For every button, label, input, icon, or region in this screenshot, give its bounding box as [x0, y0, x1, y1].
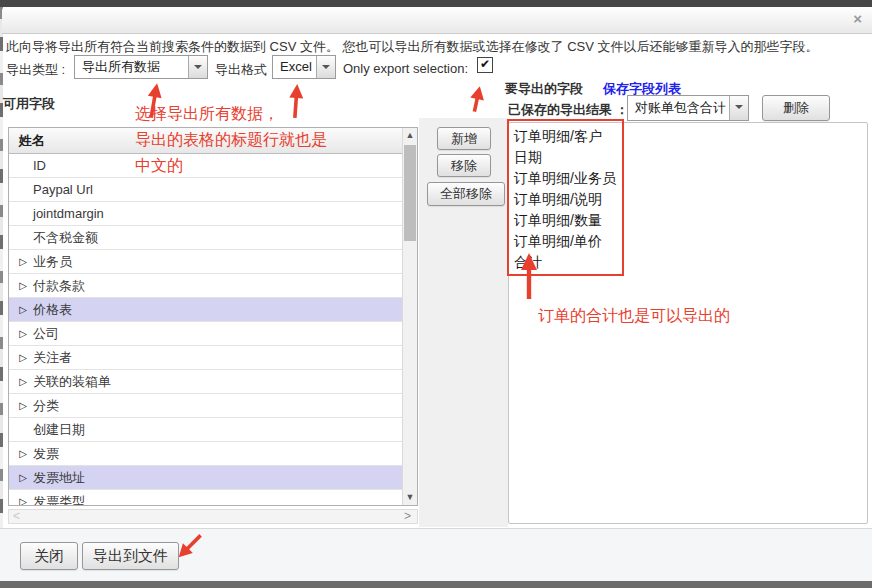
list-item[interactable]: ▷ Paypal Url	[9, 178, 402, 202]
list-item[interactable]: ▷ jointdmargin	[9, 202, 402, 226]
field-label: jointdmargin	[33, 202, 104, 225]
export-to-file-button[interactable]: 导出到文件	[82, 542, 179, 570]
saved-export-select[interactable]: 对账单包含合计	[627, 95, 749, 121]
field-label: Paypal Url	[33, 178, 93, 201]
saved-export-label: 已保存的导出结果 ：	[508, 101, 629, 119]
window-bottom-edge	[0, 581, 872, 588]
scroll-right-icon[interactable]: >	[404, 510, 411, 523]
list-item[interactable]: ▷ 分类	[9, 394, 402, 418]
expand-icon[interactable]: ▷	[15, 370, 31, 393]
field-label: 发票	[33, 442, 59, 465]
page-backdrop-sliver	[0, 7, 3, 581]
available-fields-rows: ▷ ID ▷ Paypal Url ▷ jointdmargin ▷ 不含税金额…	[9, 154, 402, 506]
list-item[interactable]: ▷ 公司	[9, 322, 402, 346]
add-field-button[interactable]: 新增	[437, 127, 491, 150]
field-label: 付款条款	[33, 274, 85, 297]
expand-icon[interactable]: ▷	[15, 442, 31, 465]
expand-icon[interactable]: ▷	[15, 466, 31, 489]
expand-icon[interactable]: ▷	[15, 250, 31, 273]
list-item[interactable]: ▷ 发票	[9, 442, 402, 466]
chevron-down-icon[interactable]	[188, 56, 207, 78]
list-item[interactable]: ▷ 关注者	[9, 346, 402, 370]
annotation-arrow-up-checkbox	[466, 85, 487, 115]
annotation-note-right: 订单的合计也是可以导出的	[538, 303, 730, 329]
expand-icon[interactable]: ▷	[15, 490, 31, 506]
field-label: 不含税金额	[33, 226, 98, 249]
fields-to-export-title: 要导出的字段	[505, 80, 583, 98]
annotation-arrow-up-total	[519, 253, 539, 299]
expand-icon[interactable]: ▷	[15, 394, 31, 417]
scroll-up-icon[interactable]: ▲	[403, 128, 417, 143]
export-format-label: 导出格式	[215, 61, 267, 79]
close-icon[interactable]: ×	[853, 11, 862, 27]
available-fields-title: 可用字段	[3, 95, 55, 113]
window-top-edge	[0, 0, 872, 7]
list-item[interactable]: ▷ 业务员	[9, 250, 402, 274]
dialog-titlebar: ×	[2, 7, 872, 34]
field-label: ID	[33, 154, 46, 177]
delete-saved-export-button[interactable]: 删除	[762, 95, 830, 121]
list-item[interactable]: ▷ 价格表	[9, 298, 402, 322]
field-label: 业务员	[33, 250, 72, 273]
vertical-scrollbar[interactable]: ▲ ▼	[402, 128, 417, 505]
list-item[interactable]: ▷ 创建日期	[9, 418, 402, 442]
annotation-arrow-up-export-format	[287, 83, 305, 119]
export-type-select[interactable]: 导出所有数据	[74, 55, 208, 79]
available-fields-list: 姓名 ▷ ID ▷ Paypal Url ▷ jointdmargin ▷ 不含…	[8, 127, 418, 506]
field-label: 发票地址	[33, 466, 85, 489]
horizontal-scrollbar[interactable]: < >	[8, 509, 418, 524]
field-label: 分类	[33, 394, 59, 417]
remove-field-button[interactable]: 移除	[437, 154, 491, 177]
expand-icon[interactable]: ▷	[15, 322, 31, 345]
list-item[interactable]: ▷ 发票地址	[9, 466, 402, 490]
field-label: 价格表	[33, 298, 72, 321]
export-description: 此向导将导出所有符合当前搜索条件的数据到 CSV 文件。 您也可以导出所有数据或…	[6, 38, 866, 56]
expand-icon[interactable]: ▷	[15, 274, 31, 297]
expand-icon[interactable]: ▷	[15, 346, 31, 369]
list-item[interactable]: ▷ 不含税金额	[9, 226, 402, 250]
chevron-down-icon[interactable]	[729, 96, 748, 120]
field-label: 关注者	[33, 346, 72, 369]
only-selection-checkbox[interactable]: ✔	[477, 57, 493, 73]
list-item[interactable]: ▷ 关联的装箱单	[9, 370, 402, 394]
expand-icon[interactable]: ▷	[15, 298, 31, 321]
list-item[interactable]: ▷ 付款条款	[9, 274, 402, 298]
remove-all-fields-button[interactable]: 全部移除	[427, 182, 505, 206]
scroll-down-icon[interactable]: ▼	[403, 490, 417, 505]
chevron-down-icon[interactable]	[316, 56, 335, 78]
export-format-select[interactable]: Excel	[272, 55, 336, 79]
field-label: 发票类型	[33, 490, 85, 506]
only-selection-label: Only export selection:	[343, 61, 468, 76]
list-item[interactable]: ▷ 发票类型	[9, 490, 402, 506]
middle-gutter	[419, 118, 508, 527]
export-type-label: 导出类型 :	[6, 61, 65, 79]
scrollbar-thumb[interactable]	[404, 145, 416, 241]
field-label: 关联的装箱单	[33, 370, 111, 393]
scroll-left-icon[interactable]: <	[13, 510, 20, 523]
field-label: 公司	[33, 322, 59, 345]
field-label: 创建日期	[33, 418, 85, 441]
close-button[interactable]: 关闭	[20, 542, 78, 570]
